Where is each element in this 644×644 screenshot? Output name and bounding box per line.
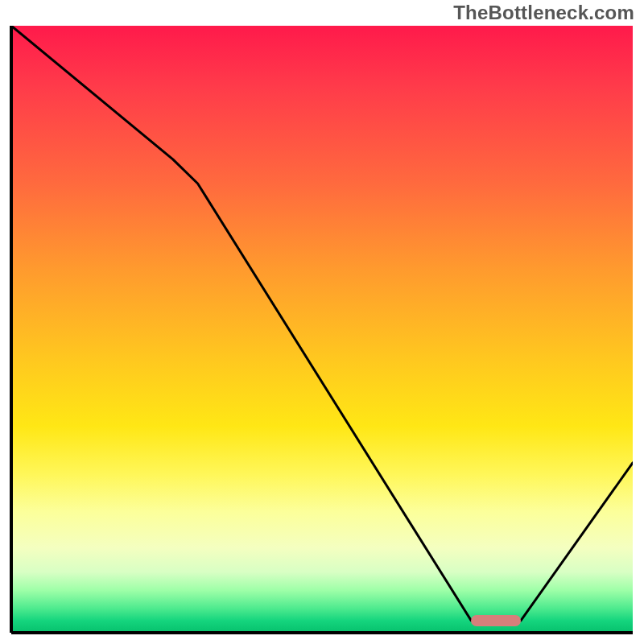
chart-axes [0,0,644,644]
chart-canvas: TheBottleneck.com [0,0,644,644]
watermark-text: TheBottleneck.com [453,2,634,24]
